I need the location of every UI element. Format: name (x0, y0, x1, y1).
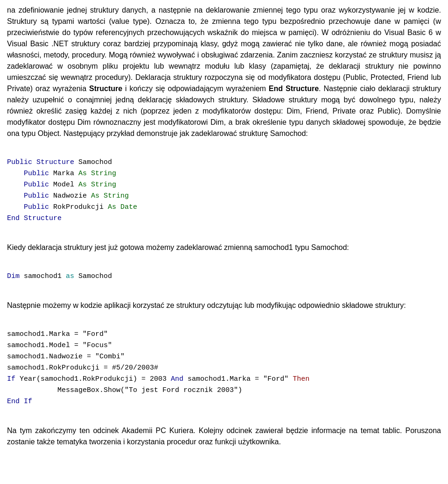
code-asdate-rokprodukcji: As Date (108, 203, 137, 211)
code-keyword-end-structure: End Structure (7, 214, 62, 222)
code-keyword-then: Then (293, 375, 309, 383)
paragraph-2: Kiedy deklaracja struktury jest już goto… (7, 242, 441, 253)
code-line-nadwozie: samochod1.Nadwozie = "Combi" (7, 353, 125, 361)
code-condition2: samochod1.Marka = "Ford" (183, 375, 293, 383)
code-keyword-public-marka: Public (24, 170, 49, 178)
code-field-marka: Marka (53, 170, 74, 178)
code-block-usage: samochod1.Marka = "Ford" samochod1.Model… (7, 318, 441, 419)
main-content: na zdefiniowanie jednej struktury danych… (7, 5, 441, 448)
bold-structure: Structure (89, 85, 122, 93)
code-classname-samochod: Samochod (78, 158, 112, 166)
code-asstring-marka: As String (78, 170, 116, 178)
code-type-samochod: Samochod (78, 272, 112, 280)
code-line-rok: samochod1.RokProdukcji = #5/20/2003# (7, 364, 158, 372)
code-field-nadwozie: Nadwozie (53, 192, 87, 200)
code-block-dim: Dim samochod1 as Samochod (7, 260, 441, 293)
paragraph-3: Następnie możemy w kodzie aplikacji korz… (7, 300, 441, 311)
paragraph-1: na zdefiniowanie jednej struktury danych… (7, 5, 441, 139)
code-block-structure: Public Structure Samochod Public Marka A… (7, 146, 441, 235)
code-keyword-as: as (66, 272, 74, 280)
code-keyword-public-rokprodukcji: Public (24, 203, 49, 211)
bold-end-structure: End Structure (269, 85, 319, 93)
code-keyword-and: And (171, 375, 183, 383)
paragraph-4: Na tym zakończymy ten odcinek Akademii P… (7, 425, 441, 448)
code-keyword-end-if: End If (7, 398, 32, 406)
code-keyword-public-nadwozie: Public (24, 192, 49, 200)
code-asstring-model: As String (78, 181, 116, 189)
code-keyword-if: If (7, 375, 15, 383)
code-keyword-dim: Dim (7, 272, 20, 280)
code-line-model: samochod1.Model = "Focus" (7, 342, 112, 349)
code-field-rokprodukcji: RokProdukcji (53, 203, 104, 211)
code-var-samochod1: samochod1 (24, 272, 62, 280)
code-keyword-public-model: Public (24, 181, 49, 189)
code-line-messagebox: MessageBox.Show("To jest Ford rocznik 20… (7, 386, 242, 394)
code-keyword-public-structure: Public Structure (7, 158, 74, 166)
code-condition: Year(samochod1.RokProdukcji) = 2003 (15, 375, 171, 383)
code-asstring-nadwozie: As String (91, 192, 129, 200)
code-line-marka: samochod1.Marka = "Ford" (7, 330, 108, 338)
code-field-model: Model (53, 181, 74, 189)
